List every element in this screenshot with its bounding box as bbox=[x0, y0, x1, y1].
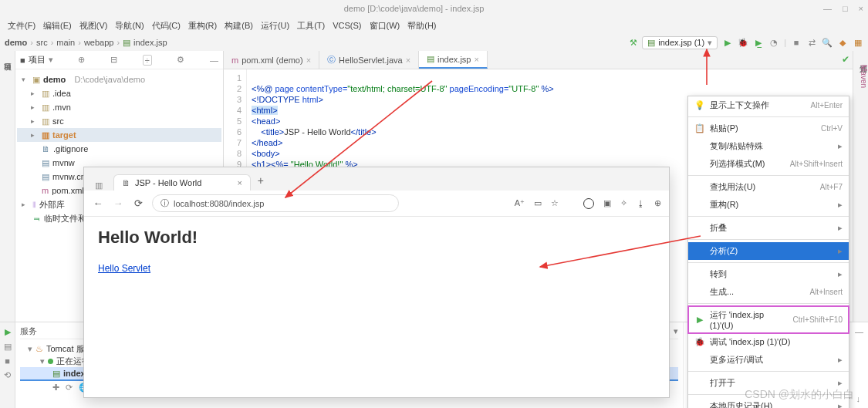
watermark: CSDN @划水的小白白 bbox=[745, 388, 854, 402]
profile-button-icon[interactable]: ◔ bbox=[768, 37, 779, 48]
restart-icon[interactable]: ⟲ bbox=[4, 370, 11, 380]
tab-index-jsp[interactable]: ▤index.jsp× bbox=[419, 51, 488, 69]
browser-tablist-icon[interactable]: ▥ bbox=[90, 180, 107, 191]
context-menu-item[interactable]: 重构(R)▸ bbox=[688, 196, 849, 214]
run-tool-icon[interactable]: ▶ bbox=[5, 327, 11, 337]
downloads-icon[interactable]: ⭳ bbox=[637, 199, 645, 208]
scroll-down-icon[interactable]: ↓ bbox=[856, 394, 861, 403]
menu-window[interactable]: 窗口(W) bbox=[366, 19, 404, 33]
reader-icon[interactable]: ▭ bbox=[534, 198, 542, 208]
filter-icon[interactable]: ▤ bbox=[4, 342, 12, 352]
structure-tool-button[interactable]: ▤ bbox=[4, 62, 11, 70]
tree-item[interactable]: pom.xml bbox=[52, 184, 84, 197]
tree-item-target[interactable]: target bbox=[52, 128, 76, 142]
new-tab-button[interactable]: + bbox=[251, 170, 271, 191]
back-icon[interactable]: ← bbox=[92, 197, 104, 209]
browser-window[interactable]: ▥ 🗎 JSP - Hello World × + ← → ⟳ ⓘ localh… bbox=[83, 167, 670, 398]
hide-icon[interactable]: — bbox=[855, 327, 863, 337]
context-menu-item[interactable]: 复制/粘贴特殊▸ bbox=[688, 137, 849, 155]
menu-help[interactable]: 帮助(H) bbox=[404, 19, 439, 33]
menu-refactor[interactable]: 重构(R) bbox=[185, 19, 220, 33]
more-icon[interactable]: ⊕ bbox=[654, 198, 661, 208]
run-button-icon[interactable]: ▶ bbox=[722, 37, 733, 48]
service-item[interactable]: index bbox=[63, 367, 86, 379]
context-menu-item[interactable]: 🐞调试 'index.jsp (1)'(D) bbox=[688, 333, 849, 351]
context-menu-item[interactable]: ▶运行 'index.jsp (1)'(U)Ctrl+Shift+F10 bbox=[688, 306, 849, 333]
context-menu-item[interactable]: 📋粘贴(P)Ctrl+V bbox=[688, 120, 849, 137]
search-icon[interactable]: 🔍 bbox=[822, 37, 833, 48]
address-bar[interactable]: ⓘ localhost:8080/index.jsp bbox=[152, 194, 399, 212]
close-icon[interactable]: × bbox=[406, 56, 410, 65]
bulb-icon: 💡 bbox=[694, 100, 705, 111]
breadcrumb-item[interactable]: main bbox=[56, 38, 75, 47]
deploy-icon[interactable]: ✚ bbox=[52, 381, 59, 393]
run-config-combo[interactable]: ▤ index.jsp (1) ▾ bbox=[642, 36, 718, 49]
menu-code[interactable]: 代码(C) bbox=[149, 19, 184, 33]
reload-icon[interactable]: ⟳ bbox=[132, 197, 144, 209]
read-aloud-icon[interactable]: A⁺ bbox=[515, 198, 525, 208]
profile-dot-icon[interactable] bbox=[583, 198, 594, 209]
tree-ext-libs[interactable]: 外部库 bbox=[39, 197, 65, 211]
breadcrumb-file[interactable]: index.jsp bbox=[133, 38, 167, 47]
coverage-button-icon[interactable]: ▶̲ bbox=[753, 37, 764, 48]
window-min-button[interactable]: — bbox=[823, 4, 832, 13]
window-max-button[interactable]: □ bbox=[843, 4, 848, 13]
editor-context-menu[interactable]: 💡显示上下文操作Alt+Enter📋粘贴(P)Ctrl+V复制/粘贴特殊▸列选择… bbox=[687, 96, 849, 408]
collapse-icon[interactable]: ⊟ bbox=[110, 55, 117, 65]
close-icon[interactable]: × bbox=[237, 178, 241, 187]
stop-tool-icon[interactable]: ■ bbox=[5, 356, 10, 366]
context-menu-item[interactable]: 生成...Alt+Insert bbox=[688, 283, 849, 301]
context-menu-item[interactable]: 💡显示上下文操作Alt+Enter bbox=[688, 96, 849, 114]
ide-icon[interactable]: ▦ bbox=[853, 37, 863, 48]
context-menu-item[interactable]: 分析(Z)▸ bbox=[688, 242, 849, 260]
build-icon[interactable]: ⚒ bbox=[630, 38, 637, 48]
info-icon[interactable]: ⓘ bbox=[160, 197, 169, 209]
breadcrumb-item[interactable]: webapp bbox=[84, 38, 114, 47]
hide-icon[interactable]: — bbox=[210, 56, 218, 65]
context-menu-item[interactable]: 列选择模式(M)Alt+Shift+Insert bbox=[688, 155, 849, 173]
debug-button-icon[interactable]: 🐞 bbox=[738, 37, 748, 48]
menu-tools[interactable]: 工具(T) bbox=[294, 19, 328, 33]
git-icon[interactable]: ⇄ bbox=[806, 37, 817, 48]
menu-view[interactable]: 视图(V) bbox=[76, 19, 111, 33]
tab-pom[interactable]: mpom.xml (demo)× bbox=[224, 51, 319, 69]
extensions-icon[interactable]: ✧ bbox=[620, 198, 627, 208]
page-link[interactable]: Hello Servlet bbox=[98, 263, 150, 274]
forward-icon[interactable]: → bbox=[112, 197, 124, 209]
browser-tab[interactable]: 🗎 JSP - Hello World × bbox=[113, 174, 251, 191]
close-icon[interactable]: × bbox=[474, 55, 478, 64]
tree-item[interactable]: .mvn bbox=[52, 100, 71, 114]
tree-item[interactable]: .idea bbox=[52, 86, 71, 100]
stop-button-icon[interactable]: ■ bbox=[791, 37, 802, 48]
updates-icon[interactable]: ◆ bbox=[837, 37, 848, 48]
menu-file[interactable]: 文件(F) bbox=[5, 19, 39, 33]
breadcrumb-item[interactable]: src bbox=[36, 38, 48, 47]
context-menu-item[interactable]: 折叠▸ bbox=[688, 219, 849, 237]
tree-item[interactable]: src bbox=[52, 114, 64, 128]
main-menu[interactable]: 文件(F) 编辑(E) 视图(V) 导航(N) 代码(C) 重构(R) 构建(B… bbox=[0, 17, 868, 34]
close-icon[interactable]: × bbox=[306, 56, 311, 65]
gear-icon[interactable]: ⚙ bbox=[177, 55, 184, 65]
window-close-button[interactable]: × bbox=[859, 4, 863, 13]
redeploy-icon[interactable]: ⟳ bbox=[66, 381, 73, 393]
context-menu-item[interactable]: 查找用法(U)Alt+F7 bbox=[688, 178, 849, 196]
browser-page: Hello World! Hello Servlet bbox=[84, 217, 669, 285]
tree-root-name[interactable]: demo bbox=[43, 72, 66, 86]
menu-run[interactable]: 运行(U) bbox=[258, 19, 292, 33]
favorite-icon[interactable]: ☆ bbox=[551, 198, 559, 208]
menu-navigate[interactable]: 导航(N) bbox=[112, 19, 147, 33]
breadcrumb-root[interactable]: demo bbox=[5, 38, 27, 47]
menu-build[interactable]: 构建(B) bbox=[221, 19, 256, 33]
tree-item[interactable]: mvnw bbox=[52, 156, 75, 170]
tree-item[interactable]: .gitignore bbox=[53, 142, 88, 156]
editor-tabs[interactable]: mpom.xml (demo)× ⓒHelloServlet.java× ▤in… bbox=[224, 51, 853, 69]
collections-icon[interactable]: ▣ bbox=[603, 198, 611, 208]
menu-edit[interactable]: 编辑(E) bbox=[40, 19, 75, 33]
context-menu-item[interactable]: 更多运行/调试▸ bbox=[688, 351, 849, 369]
context-menu-item[interactable]: 转到▸ bbox=[688, 265, 849, 283]
breadcrumb[interactable]: demo› src› main› webapp› ▤ index.jsp bbox=[5, 38, 167, 48]
maven-button[interactable]: Maven bbox=[853, 65, 868, 88]
tab-servlet[interactable]: ⓒHelloServlet.java× bbox=[319, 51, 419, 69]
expand-icon[interactable]: ⊕ bbox=[78, 55, 85, 65]
menu-vcs[interactable]: VCS(S) bbox=[329, 19, 364, 32]
